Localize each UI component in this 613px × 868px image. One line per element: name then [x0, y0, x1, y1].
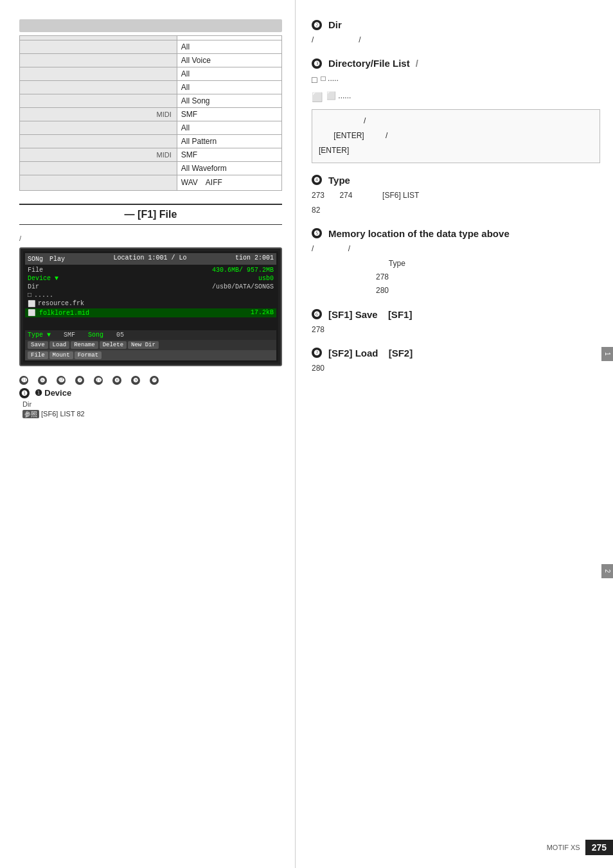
callout-numbers-row: ⓫ ❻ ⓬ ❼ ⓭ ❽ ❾ ❿	[19, 376, 282, 385]
directory-file-section: ❸ Directory/File List / □ □ ..... ⬜ ⬜ ..…	[312, 58, 600, 163]
table-label-cell	[20, 175, 177, 191]
file-icon-2: ⬜ folklore1.mid	[28, 309, 89, 317]
type-page1: 273	[312, 191, 324, 200]
sf2-section-title: ❼ [SF2] Load [SF2]	[312, 348, 600, 359]
table-value-cell: All	[177, 40, 281, 54]
screen-type-song-row: Type ▼ SMF Song 05	[28, 332, 274, 339]
note-enter-row: [ENTER] /	[319, 130, 593, 142]
screen-device-value: usb0	[258, 275, 274, 282]
screen-file-item-1: □ .....	[25, 291, 276, 299]
sf2-sf-label: [SF2]	[389, 348, 413, 359]
table-row: All	[20, 67, 282, 81]
memory-page2-row: 280	[376, 285, 600, 297]
folder-dots-text: □ .....	[321, 73, 338, 87]
screen-dir-row: Dir /usb0/DATA/SONGS	[25, 283, 276, 291]
screen-device-label: Device ▼	[28, 275, 58, 282]
page-number: 275	[585, 840, 613, 855]
table-midi-cell: MIDI	[20, 108, 177, 121]
table-value-cell	[177, 36, 281, 40]
table-row: All	[20, 40, 282, 54]
callout-num-1: ❶	[19, 388, 30, 398]
device-ref: 参照 [SF6] LIST 82	[22, 410, 282, 419]
data-type-table: All All Voice All All All Song MIDI SMF	[19, 35, 282, 191]
sidebar-tab-1: 1	[601, 347, 613, 361]
screen-file-size-2: 17.2kB	[251, 309, 274, 317]
file-icon-large: ⬜	[312, 90, 323, 104]
table-value-cell: All Pattern	[177, 135, 281, 148]
screen-title-bar: SONg Play Location 1:001 / Lo tion 2:001	[25, 253, 276, 265]
sf6-ref: [SF6] LIST	[41, 410, 75, 418]
page-ref: 82	[77, 410, 85, 418]
table-row: All	[20, 121, 282, 135]
table-label-cell	[20, 135, 177, 148]
page-footer: MOTIF XS 275	[296, 840, 613, 855]
type-pages-row: 273 274 [SF6] LIST	[312, 190, 600, 202]
type-section-title: ❹ Type	[312, 175, 600, 186]
callout-num-3: ❸	[312, 58, 322, 69]
product-label: MOTIF XS	[547, 844, 580, 851]
note-slash: /	[364, 116, 366, 125]
top-gray-bar	[19, 19, 282, 32]
screen-device-row: Device ▼ usb0	[25, 274, 276, 283]
section-title: — [F1] File	[19, 204, 282, 225]
sf2-page-ref: 280	[312, 364, 324, 373]
screen-btn-rename: Rename	[71, 341, 98, 349]
memory-type-ref: Type	[389, 259, 405, 268]
table-row: MIDI SMF	[20, 148, 282, 162]
sf2-title-text: [SF2] Load	[328, 348, 378, 359]
section-description: /	[19, 235, 282, 242]
screen-bottom-fields: Type ▼ SMF Song 05	[25, 330, 276, 340]
device-label: ❶ Device	[35, 388, 72, 398]
file-dots-text: ⬜ ......	[326, 90, 351, 104]
memory-page1: 278	[376, 272, 389, 281]
callout-num-4: ❹	[312, 175, 322, 185]
screen-file-row: File 430.6MB/ 957.2MB	[25, 266, 276, 274]
screen-buttons-row1: Save Load Rename Delete New Dir	[25, 340, 276, 350]
folder-dots-row: □ □ .....	[312, 73, 600, 87]
table-label-cell	[20, 54, 177, 67]
screen-container: SONg Play Location 1:001 / Lo tion 2:001…	[19, 247, 282, 385]
ref-icon: 参照	[22, 410, 39, 418]
table-label-cell	[20, 40, 177, 54]
table-value-cell: SMF	[177, 108, 281, 121]
memory-title-text: Memory location of the data type above	[328, 228, 510, 239]
screen-file-item-3: ⬜ folklore1.mid 17.2kB	[25, 308, 276, 317]
callout-8: ❽	[112, 376, 121, 385]
screen-btn-load: Load	[49, 341, 70, 349]
directory-section-title: ❸ Directory/File List /	[312, 58, 600, 69]
screen-title-center: Location 1:001 / Lo	[113, 254, 186, 263]
type-title-text: Type	[328, 175, 350, 186]
screen-buttons-row2: File Mount Format	[25, 350, 276, 360]
screen-song-label: Song	[88, 332, 103, 339]
table-midi-cell: MIDI	[20, 148, 177, 162]
screen-title-right: tion 2:001	[235, 254, 274, 263]
folder-icon: □	[28, 292, 31, 299]
type-section-body: 273 274 [SF6] LIST 82	[312, 190, 600, 217]
memory-slash-1: /	[312, 244, 314, 253]
screen-file-item-2: ⬜ resource.frk	[25, 299, 276, 308]
callout-7: ❼	[75, 376, 84, 385]
memory-section-title: ❺ Memory location of the data type above	[312, 228, 600, 239]
memory-section: ❺ Memory location of the data type above…	[312, 228, 600, 297]
callout-6: ❻	[38, 376, 47, 385]
sf1-sf-label: [SF1]	[388, 309, 413, 320]
screen-type-value: SMF	[64, 332, 75, 339]
screen-btn-delete: Delete	[100, 341, 127, 349]
screen-file-size: 430.6MB/ 957.2MB	[212, 267, 274, 274]
screen-folder-name: .....	[34, 292, 53, 299]
screen-type-label: Type ▼	[28, 332, 51, 339]
sf1-page-ref: 278	[312, 325, 324, 334]
callout-num-7: ❼	[312, 348, 322, 358]
table-row	[20, 36, 282, 40]
screen-empty-space	[25, 317, 276, 330]
table-label-cell	[20, 121, 177, 135]
table-label-cell	[20, 81, 177, 94]
sf2-load-section: ❼ [SF2] Load [SF2] 280	[312, 348, 600, 375]
callout-13: ⓭	[94, 376, 103, 385]
table-label-cell	[20, 162, 177, 175]
file-icon: ⬜	[28, 300, 35, 308]
device-annotation-title: ❶ ❶ Device	[19, 388, 282, 398]
sf1-title-text: [SF1] Save	[328, 309, 378, 320]
table-value-cell: All	[177, 121, 281, 135]
callout-num-6: ❻	[312, 309, 322, 319]
